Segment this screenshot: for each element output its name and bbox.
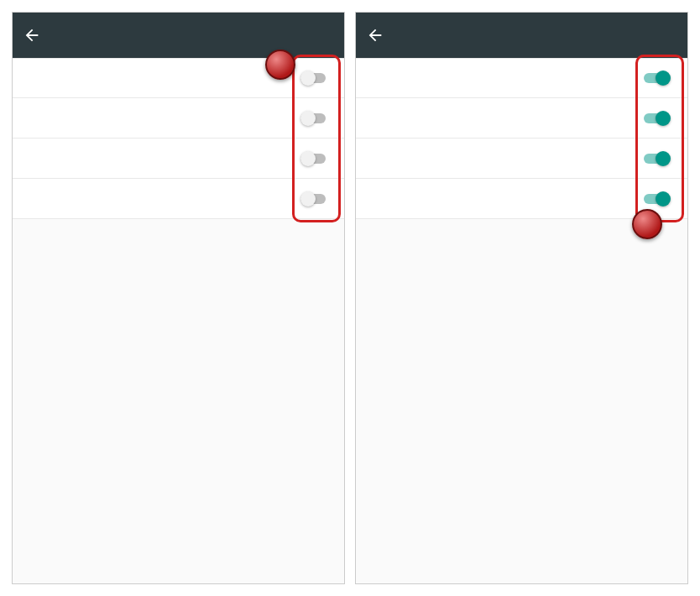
step-badge-2 xyxy=(632,209,662,239)
header xyxy=(356,13,687,58)
step-badge-1 xyxy=(265,50,295,80)
list-item[interactable] xyxy=(13,98,344,139)
settings-list xyxy=(356,58,687,583)
toggle-lock-sound[interactable] xyxy=(300,110,329,127)
settings-pane-left xyxy=(12,12,345,584)
list-item[interactable] xyxy=(13,139,344,179)
toggle-battery-sound[interactable] xyxy=(300,150,329,167)
list-item[interactable] xyxy=(356,58,687,98)
toggle-dial-sound[interactable] xyxy=(644,70,672,86)
toggle-touch-sound[interactable] xyxy=(300,191,329,207)
toggle-battery-sound[interactable] xyxy=(644,150,672,167)
settings-pane-right xyxy=(355,12,688,584)
back-icon[interactable] xyxy=(366,26,384,44)
settings-list xyxy=(13,58,344,583)
back-icon[interactable] xyxy=(23,26,41,44)
list-item[interactable] xyxy=(356,139,687,179)
toggle-lock-sound[interactable] xyxy=(644,110,672,127)
list-item[interactable] xyxy=(13,179,344,219)
list-item[interactable] xyxy=(356,98,687,139)
toggle-dial-sound[interactable] xyxy=(300,70,329,86)
toggle-touch-sound[interactable] xyxy=(644,191,672,207)
header xyxy=(13,13,344,58)
